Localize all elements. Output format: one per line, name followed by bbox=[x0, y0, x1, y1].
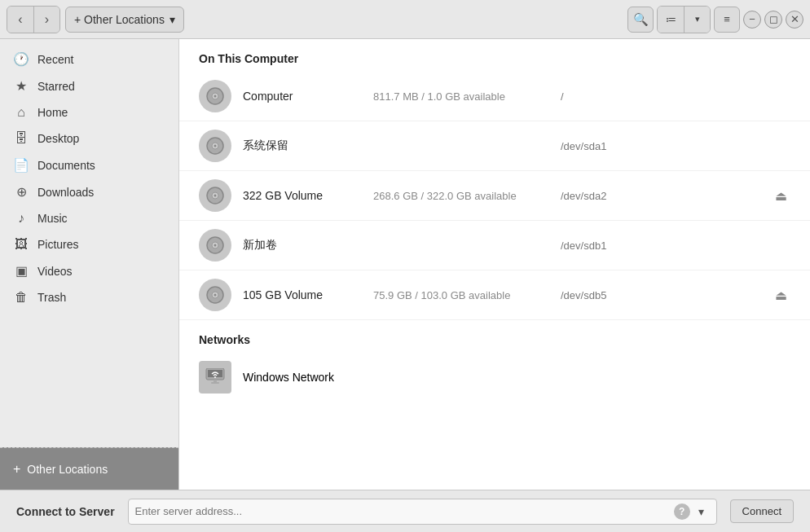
server-dropdown-icon[interactable]: ▾ bbox=[693, 503, 710, 520]
sidebar-item-recent[interactable]: 🕐 Recent bbox=[0, 46, 178, 73]
svg-rect-19 bbox=[211, 382, 219, 384]
section-networks: Networks bbox=[179, 320, 810, 353]
pictures-icon: 🖼 bbox=[13, 237, 29, 252]
svg-point-8 bbox=[214, 195, 217, 197]
svg-rect-16 bbox=[208, 370, 222, 377]
drive-row-vol322[interactable]: 322 GB Volume 268.6 GB / 322.0 GB availa… bbox=[179, 171, 810, 221]
add-location-icon: + bbox=[13, 462, 20, 477]
drive-icon-vol105 bbox=[199, 279, 231, 311]
menu-button[interactable]: ≡ bbox=[714, 7, 740, 33]
drive-path-computer: / bbox=[561, 90, 626, 103]
sidebar-item-pictures[interactable]: 🖼 Pictures bbox=[0, 231, 178, 257]
drive-icon-xitong bbox=[199, 130, 231, 162]
drive-row-vol105[interactable]: 105 GB Volume 75.9 GB / 103.0 GB availab… bbox=[179, 270, 810, 320]
documents-icon: 📄 bbox=[13, 157, 29, 173]
list-view-button[interactable]: ≔ bbox=[658, 7, 684, 33]
restore-button[interactable]: ◻ bbox=[764, 11, 782, 29]
sidebar-item-label-music: Music bbox=[37, 212, 68, 225]
list-icon: ≔ bbox=[666, 13, 676, 25]
sidebar-footer-label: Other Locations bbox=[27, 463, 108, 476]
search-icon: 🔍 bbox=[633, 12, 649, 27]
drive-info-vol322: 322 GB Volume 268.6 GB / 322.0 GB availa… bbox=[243, 189, 760, 202]
network-name-windows: Windows Network bbox=[243, 371, 334, 384]
back-button[interactable]: ‹ bbox=[7, 7, 33, 33]
drive-info-vol105: 105 GB Volume 75.9 GB / 103.0 GB availab… bbox=[243, 288, 760, 301]
close-icon: ✕ bbox=[790, 13, 799, 25]
drive-name-computer: Computer bbox=[243, 90, 373, 103]
sidebar-item-trash[interactable]: 🗑 Trash bbox=[0, 284, 178, 310]
nav-buttons: ‹ › bbox=[7, 6, 60, 33]
downloads-icon: ⊕ bbox=[13, 184, 29, 200]
svg-point-11 bbox=[214, 244, 217, 247]
network-row-windows[interactable]: Windows Network bbox=[179, 353, 810, 402]
footer-bar: Connect to Server ? ▾ Connect bbox=[0, 490, 810, 532]
drive-size-computer: 811.7 MB / 1.0 GB available bbox=[373, 90, 561, 103]
location-label: + Other Locations bbox=[74, 13, 165, 26]
connect-button[interactable]: Connect bbox=[730, 499, 794, 523]
network-icon-windows bbox=[199, 361, 231, 394]
minimize-icon: − bbox=[749, 13, 755, 25]
eject-button-vol322[interactable]: ⏏ bbox=[772, 187, 790, 205]
minimize-button[interactable]: − bbox=[743, 11, 761, 29]
drive-info-xinjuan: 新加卷 /dev/sdb1 bbox=[243, 238, 790, 253]
svg-rect-18 bbox=[214, 380, 217, 382]
drive-name-xinjuan: 新加卷 bbox=[243, 238, 373, 253]
drive-path-vol105: /dev/sdb5 bbox=[561, 289, 626, 301]
drive-info-computer: Computer 811.7 MB / 1.0 GB available / bbox=[243, 90, 790, 103]
drive-name-vol105: 105 GB Volume bbox=[243, 288, 373, 301]
svg-point-14 bbox=[214, 294, 217, 297]
search-button[interactable]: 🔍 bbox=[627, 7, 654, 33]
drive-name-vol322: 322 GB Volume bbox=[243, 189, 373, 202]
sidebar-item-label-starred: Starred bbox=[37, 80, 75, 93]
forward-button[interactable]: › bbox=[33, 7, 59, 33]
drive-path-xinjuan: /dev/sdb1 bbox=[561, 240, 626, 252]
sidebar-item-desktop[interactable]: 🗄 Desktop bbox=[0, 125, 178, 152]
svg-point-17 bbox=[214, 376, 216, 378]
sidebar-item-label-recent: Recent bbox=[37, 53, 73, 66]
drive-path-vol322: /dev/sda2 bbox=[561, 190, 626, 202]
view-dropdown-icon: ▾ bbox=[695, 14, 700, 24]
toolbar: ‹ › + Other Locations ▾ 🔍 ≔ ▾ ≡ − ◻ ✕ bbox=[0, 0, 810, 39]
sidebar: 🕐 Recent ★ Starred ⌂ Home 🗄 Desktop 📄 Do… bbox=[0, 39, 179, 490]
server-input-area: ? ▾ bbox=[128, 499, 717, 525]
starred-icon: ★ bbox=[13, 78, 29, 94]
sidebar-items: 🕐 Recent ★ Starred ⌂ Home 🗄 Desktop 📄 Do… bbox=[0, 39, 178, 447]
view-dropdown-button[interactable]: ▾ bbox=[684, 7, 710, 33]
sidebar-item-home[interactable]: ⌂ Home bbox=[0, 99, 178, 125]
location-button[interactable]: + Other Locations ▾ bbox=[65, 7, 184, 33]
sidebar-other-locations[interactable]: + Other Locations bbox=[0, 447, 178, 490]
content-area: On This Computer Computer 811.7 MB / 1.0… bbox=[179, 39, 810, 490]
sidebar-item-label-pictures: Pictures bbox=[37, 238, 79, 251]
home-icon: ⌂ bbox=[13, 105, 29, 120]
main-area: 🕐 Recent ★ Starred ⌂ Home 🗄 Desktop 📄 Do… bbox=[0, 39, 810, 490]
view-toggle-group: ≔ ▾ bbox=[657, 6, 711, 33]
toolbar-right: 🔍 ≔ ▾ ≡ − ◻ ✕ bbox=[627, 6, 803, 33]
sidebar-item-label-downloads: Downloads bbox=[37, 186, 94, 199]
server-help-icon[interactable]: ? bbox=[674, 503, 690, 520]
drive-info-xitong: 系统保留 /dev/sda1 bbox=[243, 138, 790, 153]
eject-button-vol105[interactable]: ⏏ bbox=[772, 286, 790, 305]
close-button[interactable]: ✕ bbox=[786, 11, 803, 29]
drive-icon-xinjuan bbox=[199, 229, 231, 262]
sidebar-item-starred[interactable]: ★ Starred bbox=[0, 73, 178, 99]
location-dropdown-icon: ▾ bbox=[169, 13, 175, 26]
drive-row-xinjuan[interactable]: 新加卷 /dev/sdb1 bbox=[179, 221, 810, 270]
server-address-input[interactable] bbox=[135, 505, 671, 517]
desktop-icon: 🗄 bbox=[13, 131, 29, 146]
sidebar-item-music[interactable]: ♪ Music bbox=[0, 205, 178, 231]
sidebar-item-label-home: Home bbox=[37, 106, 68, 119]
drive-icon-vol322 bbox=[199, 179, 231, 212]
music-icon: ♪ bbox=[13, 211, 29, 226]
sidebar-item-downloads[interactable]: ⊕ Downloads bbox=[0, 178, 178, 205]
svg-point-5 bbox=[214, 145, 217, 147]
sidebar-item-label-trash: Trash bbox=[37, 291, 66, 304]
sidebar-item-label-videos: Videos bbox=[37, 265, 73, 278]
sidebar-item-videos[interactable]: ▣ Videos bbox=[0, 257, 178, 284]
sidebar-item-label-documents: Documents bbox=[37, 159, 95, 172]
restore-icon: ◻ bbox=[769, 13, 778, 25]
drive-row-xitong[interactable]: 系统保留 /dev/sda1 bbox=[179, 121, 810, 171]
svg-point-2 bbox=[214, 95, 217, 98]
connect-to-server-label: Connect to Server bbox=[16, 505, 115, 518]
sidebar-item-documents[interactable]: 📄 Documents bbox=[0, 152, 178, 178]
drive-row-computer[interactable]: Computer 811.7 MB / 1.0 GB available / bbox=[179, 72, 810, 121]
